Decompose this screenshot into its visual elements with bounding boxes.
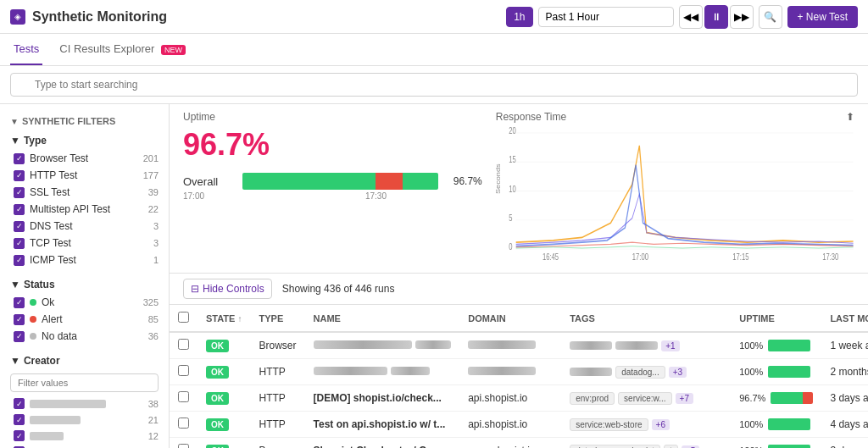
uptime-mini-green-2 <box>771 392 803 404</box>
tags-cell-0: +1 <box>570 340 722 351</box>
row-type-4: Browser <box>251 438 305 449</box>
row-checkbox-cell <box>170 385 198 412</box>
tags-cell-2: env:prodservice:w...+7 <box>570 392 722 405</box>
creator-filter-input[interactable] <box>10 373 159 392</box>
row-tags-1: datadog...+3 <box>561 359 731 385</box>
row-type-0: Browser <box>251 332 305 359</box>
filter-group-type-title[interactable]: ▼ Type <box>0 131 169 150</box>
checkbox-http-test[interactable] <box>14 170 25 181</box>
row-checkbox-0[interactable] <box>178 339 189 350</box>
checkbox-ok[interactable] <box>14 297 25 308</box>
share-icon[interactable]: ⬆ <box>846 111 854 123</box>
state-badge-2: OK <box>206 392 229 405</box>
checkbox-nodata[interactable] <box>14 331 25 342</box>
checkbox-ssl-test[interactable] <box>14 187 25 198</box>
table-header-row: STATE ↑ TYPE NAME DOMAIN TAGS UPTIME LAS… <box>170 305 868 332</box>
filter-group-status-title[interactable]: ▼ Status <box>0 275 169 294</box>
row-state-4: OK <box>198 438 251 449</box>
row-uptime-1: 100% <box>731 359 821 385</box>
tag-2-0: env:prod <box>570 392 615 405</box>
table-row: OKHTTP[DEMO] shopist.io/check...api.shop… <box>170 385 868 412</box>
response-time-title: Response Time <box>496 111 566 123</box>
row-checkbox-2[interactable] <box>178 391 189 402</box>
modified-text-1: 2 months ago <box>830 366 868 378</box>
search-wrap: 🔍 <box>10 73 858 97</box>
filter-item-multistep-test: Multistep API Test 22 <box>0 201 169 218</box>
row-checkbox-1[interactable] <box>178 365 189 376</box>
col-header-state[interactable]: STATE ↑ <box>198 305 251 332</box>
row-checkbox-cell <box>170 332 198 359</box>
svg-text:15: 15 <box>509 155 515 164</box>
sidebar: ▼ SYNTHETIC FILTERS ▼ Type Browser Test … <box>0 104 170 448</box>
uptime-mini-green-4 <box>768 445 810 448</box>
prev-time-button[interactable]: ◀◀ <box>679 5 703 29</box>
filter-item-alert: Alert 85 <box>0 311 169 328</box>
collapse-creator-icon: ▼ <box>10 355 20 367</box>
checkbox-icmp-test[interactable] <box>14 255 25 266</box>
uptime-bar-red <box>376 173 403 190</box>
row-uptime-0: 100% <box>731 332 821 359</box>
checkbox-multistep-test[interactable] <box>14 204 25 215</box>
filter-group-creator-title[interactable]: ▼ Creator <box>0 351 169 370</box>
1h-button[interactable]: 1h <box>506 7 532 27</box>
checkbox-browser-test[interactable] <box>14 153 25 164</box>
row-modified-4: 3 days ago <box>821 438 868 449</box>
filter-group-creator: ▼ Creator 38 21 <box>0 351 169 448</box>
tag-2-1: service:w... <box>618 392 671 405</box>
tab-tests[interactable]: Tests <box>10 34 42 65</box>
row-type-2: HTTP <box>251 385 305 412</box>
header-controls: 1h Past 1 Hour Past 4 Hours Past 1 Day P… <box>506 5 858 29</box>
new-test-button[interactable]: + New Test <box>787 6 858 28</box>
filter-group-type: ▼ Type Browser Test 201 HTTP Test 177 <box>0 131 169 275</box>
uptime-cell-1: 100% <box>739 366 813 378</box>
checkbox-alert[interactable] <box>14 314 25 325</box>
response-time-panel: Response Time ⬆ 20 15 10 5 0 Seconds <box>496 111 854 266</box>
checkbox-creator-1[interactable] <box>14 398 25 409</box>
uptime-title: Uptime <box>183 111 482 123</box>
pause-button[interactable]: ⏸ <box>704 5 728 29</box>
tests-table: STATE ↑ TYPE NAME DOMAIN TAGS UPTIME LAS… <box>170 305 868 448</box>
filter-item-tcp-test: TCP Test 3 <box>0 235 169 252</box>
hide-controls-button[interactable]: ⊟ Hide Controls <box>183 279 272 299</box>
checkbox-dns-test[interactable] <box>14 221 25 232</box>
uptime-cell-0: 100% <box>739 340 813 351</box>
checkbox-creator-2[interactable] <box>14 414 25 425</box>
table-row: OKHTTP datadog...+3 100% 2 months ago <box>170 359 868 385</box>
uptime-overall-bar <box>242 173 438 190</box>
uptime-mini-green-3 <box>768 418 810 430</box>
tag-blurred-0-1 <box>615 341 658 350</box>
row-domain-3: api.shopist.io <box>459 412 561 438</box>
showing-text: Showing 436 of 446 runs <box>282 283 395 295</box>
row-name-1 <box>305 359 460 385</box>
time-range-select[interactable]: Past 1 Hour Past 4 Hours Past 1 Day Past… <box>538 7 674 27</box>
tab-ci-results[interactable]: CI Results Explorer NEW <box>56 34 189 65</box>
name-blurred2-0 <box>415 340 452 349</box>
col-header-name: NAME <box>305 305 460 332</box>
sidebar-section-header[interactable]: ▼ SYNTHETIC FILTERS <box>0 111 169 131</box>
row-tags-3: service:web-store+6 <box>561 412 731 438</box>
col-header-modified: LAST MODIFIED <box>821 305 868 332</box>
overall-row: Overall 96.7% <box>183 173 482 190</box>
search-input[interactable] <box>10 73 858 97</box>
checkbox-tcp-test[interactable] <box>14 238 25 249</box>
uptime-cell-2: 96.7% <box>739 392 813 404</box>
domain-text-3: api.shopist.io <box>468 418 527 430</box>
row-state-0: OK <box>198 332 251 359</box>
zoom-button[interactable]: 🔍 <box>759 5 782 29</box>
uptime-bar-green-2 <box>403 173 438 190</box>
filter-group-status: ▼ Status Ok 325 Alert 85 <box>0 275 169 351</box>
select-all-checkbox[interactable] <box>178 312 189 323</box>
uptime-panel: Uptime 96.7% Overall 96.7% 17:00 17:30 <box>183 111 482 266</box>
name-text-2: [DEMO] shopist.io/check... <box>314 392 442 404</box>
row-state-1: OK <box>198 359 251 385</box>
filter-item-nodata: No data 36 <box>0 328 169 345</box>
checkbox-creator-3[interactable] <box>14 430 25 441</box>
app-icon: ◈ <box>10 9 25 25</box>
row-domain-1 <box>459 359 561 385</box>
collapse-icon: ▼ <box>10 135 20 147</box>
row-checkbox-4[interactable] <box>178 444 189 448</box>
ci-badge: NEW <box>161 45 186 55</box>
charts-row: Uptime 96.7% Overall 96.7% 17:00 17:30 <box>170 104 868 274</box>
next-time-button[interactable]: ▶▶ <box>730 5 754 29</box>
row-checkbox-3[interactable] <box>178 418 189 429</box>
